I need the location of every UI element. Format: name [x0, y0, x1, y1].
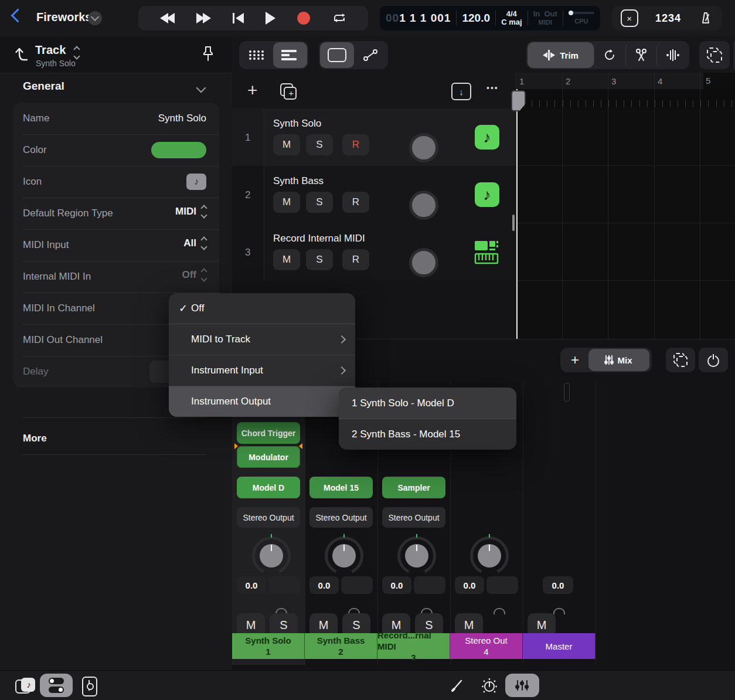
- volume-value[interactable]: 0.0: [382, 576, 411, 594]
- region-tool-button[interactable]: [320, 42, 354, 68]
- metronome-icon[interactable]: [698, 11, 713, 26]
- smart-controls-icon[interactable]: [481, 677, 498, 695]
- volume-value[interactable]: 0.0: [309, 576, 339, 594]
- count-in-button[interactable]: 1234: [655, 12, 681, 25]
- pan-knob[interactable]: [397, 536, 436, 575]
- menu-item-instrument-output[interactable]: Instrument Output: [169, 386, 355, 417]
- solo-button[interactable]: S: [306, 192, 333, 213]
- channel-name-plate[interactable]: Synth Bass 2: [305, 633, 377, 659]
- pin-icon[interactable]: [199, 45, 217, 63]
- multi-select-button[interactable]: [699, 41, 730, 69]
- rewind-button[interactable]: [160, 13, 175, 23]
- back-up-icon[interactable]: [13, 45, 32, 63]
- channel-power-button[interactable]: [699, 348, 728, 372]
- solo-button[interactable]: S: [306, 249, 333, 270]
- output-slot[interactable]: Stereo Output: [382, 507, 445, 528]
- output-slot[interactable]: Stereo Output: [309, 507, 373, 528]
- add-track-button[interactable]: +: [247, 80, 258, 100]
- mixer-view-dock-button[interactable]: [505, 674, 539, 697]
- track-row-synth-bass[interactable]: 2 Synth Bass M S R ♪: [232, 166, 516, 224]
- instrument-slot[interactable]: Sampler: [382, 477, 445, 498]
- record-enable-button[interactable]: R: [342, 192, 369, 213]
- submenu-item-synth-bass[interactable]: 2 Synth Bass - Model 15: [339, 419, 516, 450]
- menu-item-midi-to-track[interactable]: MIDI to Track: [169, 324, 355, 355]
- menu-item-off[interactable]: ✓ Off: [169, 293, 355, 324]
- plugin-slot-selected[interactable]: Modulator: [237, 446, 300, 468]
- menu-item-instrument-input[interactable]: Instrument Input: [169, 355, 355, 386]
- pan-knob[interactable]: [252, 536, 291, 575]
- row-color[interactable]: Color: [13, 134, 219, 166]
- output-slot[interactable]: Stereo Output: [237, 507, 300, 528]
- pan-value[interactable]: [341, 576, 373, 594]
- channel-name-plate[interactable]: Master: [523, 633, 596, 659]
- pan-knob[interactable]: [325, 536, 363, 575]
- row-region-value[interactable]: MIDI: [175, 206, 196, 218]
- track-options-button[interactable]: •••: [486, 83, 499, 93]
- back-icon[interactable]: [11, 8, 25, 22]
- duplicate-track-button[interactable]: +: [280, 83, 297, 100]
- record-button[interactable]: [297, 12, 310, 25]
- row-icon[interactable]: Icon ♪: [13, 166, 219, 198]
- mute-button[interactable]: M: [273, 192, 300, 213]
- more-section-title[interactable]: More: [23, 433, 47, 444]
- instrument-slot[interactable]: Model D: [237, 477, 300, 498]
- lcd-display[interactable]: 001 1 1 001 120.0 4/4 C maj In Out MIDI …: [380, 6, 600, 30]
- volume-value[interactable]: 0.0: [455, 576, 484, 594]
- track-row-synth-solo[interactable]: 1 Synth Solo M S R ♪: [232, 108, 516, 166]
- plugin-slot[interactable]: Chord Trigger: [237, 422, 300, 444]
- no-overlap-icon[interactable]: ×: [621, 9, 638, 27]
- go-to-beginning-button[interactable]: [233, 13, 244, 23]
- row-internal-midi-in[interactable]: Internal MIDI In Off: [13, 261, 219, 293]
- loop-tool-button[interactable]: [594, 42, 625, 68]
- record-enable-button[interactable]: R: [342, 134, 369, 155]
- pan-value[interactable]: [414, 576, 445, 594]
- vertical-scrollbar[interactable]: [512, 215, 515, 231]
- row-name-value[interactable]: Synth Solo: [158, 113, 206, 124]
- pencil-tool-icon[interactable]: [450, 678, 465, 693]
- mute-button[interactable]: M: [273, 249, 300, 270]
- solo-button[interactable]: S: [306, 134, 333, 155]
- row-midi-input-value[interactable]: All: [183, 237, 196, 249]
- pan-knob[interactable]: [470, 536, 509, 575]
- volume-value[interactable]: 0.0: [237, 576, 266, 594]
- ruler-ticks[interactable]: [516, 89, 735, 108]
- row-midi-input[interactable]: MIDI Input All: [13, 229, 219, 261]
- row-internal-midi-value[interactable]: Off: [182, 269, 196, 281]
- pan-value[interactable]: [486, 576, 518, 594]
- track-controls-view-button[interactable]: [40, 674, 73, 697]
- record-enable-button[interactable]: R: [342, 249, 369, 270]
- mixer-multi-select-button[interactable]: [666, 348, 695, 372]
- inspector-title-stepper[interactable]: [74, 47, 79, 59]
- pan-value[interactable]: [268, 576, 300, 594]
- cycle-button[interactable]: [332, 12, 347, 25]
- track-row-record-internal-midi[interactable]: 3 Record Internal MIDI M S R: [232, 223, 516, 281]
- trim-tool-button[interactable]: Trim: [528, 42, 594, 68]
- track-icon-badge[interactable]: ♪: [186, 174, 206, 190]
- row-default-region-type[interactable]: Default Region Type MIDI: [13, 198, 219, 229]
- color-swatch[interactable]: [151, 142, 206, 158]
- tracks-view-button[interactable]: [273, 42, 307, 68]
- channel-name-plate[interactable]: Stereo Out 4: [450, 633, 523, 659]
- project-menu-button[interactable]: [88, 11, 102, 25]
- general-collapse-icon[interactable]: [198, 83, 205, 94]
- channel-name-plate[interactable]: Synth Solo 1: [232, 633, 305, 659]
- fast-forward-button[interactable]: [196, 13, 211, 23]
- insert-handle-left[interactable]: [234, 443, 238, 449]
- channel-name-plate[interactable]: Record...rnal MIDI 3: [377, 633, 450, 659]
- submenu-item-synth-solo[interactable]: 1 Synth Solo - Model D: [339, 388, 516, 419]
- gain-tool-button[interactable]: [656, 42, 688, 68]
- insert-handle-right[interactable]: [299, 443, 302, 449]
- play-button[interactable]: [266, 12, 275, 25]
- mute-button[interactable]: M: [273, 134, 300, 155]
- split-tool-button[interactable]: [625, 42, 657, 68]
- instrument-slot[interactable]: Model 15: [309, 477, 373, 498]
- automation-tool-button[interactable]: [354, 42, 387, 68]
- volume-value[interactable]: 0.0: [543, 576, 573, 594]
- fader-panel-icon[interactable]: [82, 677, 97, 696]
- mix-view-button[interactable]: Mix: [588, 349, 649, 371]
- row-name[interactable]: Name Synth Solo: [13, 103, 219, 134]
- import-tray-icon[interactable]: ↓: [451, 83, 471, 100]
- browser-icon[interactable]: ♪: [15, 678, 35, 694]
- ruler-bar-numbers[interactable]: 1 2 3 4 5: [516, 73, 735, 89]
- playhead-line[interactable]: [516, 89, 518, 339]
